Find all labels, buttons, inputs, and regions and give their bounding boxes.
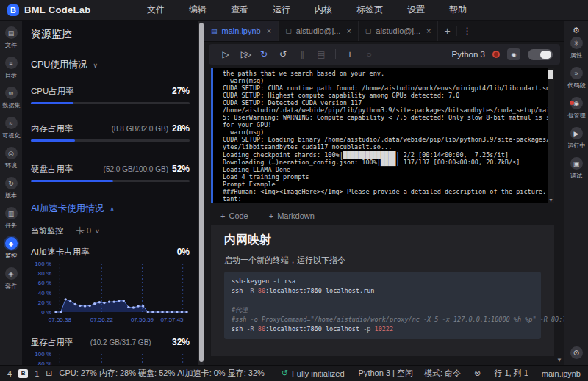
new-tab-button[interactable]: + bbox=[438, 25, 456, 37]
sidebar-item-1[interactable]: ≡目录 bbox=[4, 57, 18, 80]
menu-item-5[interactable]: 标签页 bbox=[356, 4, 383, 16]
right-rail-item-4[interactable]: ▣调试 bbox=[567, 157, 587, 181]
sidebar-item-7[interactable]: ◆监控 bbox=[4, 237, 18, 261]
running-icon: ▶ bbox=[570, 127, 583, 139]
tab-more-menu-button[interactable]: ⋮ bbox=[456, 26, 478, 36]
markdown-code-block: ssh-keygen -t rsassh -R 80:localhost:786… bbox=[224, 272, 541, 339]
sidebar-item-label: 目录 bbox=[5, 71, 17, 80]
add-code-button[interactable]: + Code bbox=[220, 211, 248, 220]
run-cell-button[interactable]: ▷ bbox=[216, 49, 235, 59]
outline-icon: ≡ bbox=[5, 57, 18, 69]
svg-text:100 %: 100 % bbox=[35, 261, 51, 267]
panel-scrollbar-thumb[interactable] bbox=[199, 23, 204, 362]
simple-mode-toggle[interactable] bbox=[528, 49, 553, 60]
menu-item-4[interactable]: 内核 bbox=[315, 4, 332, 16]
menu-item-6[interactable]: 设置 bbox=[407, 4, 425, 16]
kernel-name[interactable]: Python 3 bbox=[452, 50, 485, 59]
menu-item-2[interactable]: 查看 bbox=[231, 4, 248, 16]
tab-close-icon[interactable]: × bbox=[267, 26, 271, 35]
code-token: -R bbox=[243, 325, 254, 333]
svg-text:0 %: 0 % bbox=[41, 309, 51, 316]
output-scrollbar[interactable]: ▼ bbox=[548, 68, 554, 203]
sidebar-item-8[interactable]: ◈套件 bbox=[4, 267, 18, 291]
save-button[interactable]: ▤ bbox=[312, 49, 331, 59]
search-icon[interactable]: ⊙ bbox=[570, 346, 583, 359]
notebook-file-icon: ▤ bbox=[211, 27, 218, 35]
ai-card-section-header[interactable]: AI加速卡使用情况 ∧ bbox=[31, 203, 190, 215]
app-title: BML CodeLab bbox=[24, 4, 90, 15]
gauge-value: 27% bbox=[172, 86, 190, 96]
output-scrollbar-thumb[interactable] bbox=[548, 70, 553, 79]
right-rail-item-label: 属性 bbox=[570, 51, 582, 60]
editor-mode[interactable]: 模式: 命令 bbox=[424, 368, 461, 379]
tab-label: aistudio@j... bbox=[296, 26, 341, 35]
tab-label: main.ipynb bbox=[222, 26, 261, 35]
card-selector[interactable]: 卡 0 ∨ bbox=[76, 225, 100, 236]
restart-kernel-button[interactable]: ↻ bbox=[254, 49, 273, 59]
right-rail-item-3[interactable]: ▶运行中 bbox=[567, 127, 587, 150]
menu-item-0[interactable]: 文件 bbox=[147, 4, 165, 16]
right-rail-item-1[interactable]: »代码段 bbox=[567, 67, 587, 90]
code-token: #ssh -o ProxyCommand="/home/aistudio/wor… bbox=[232, 316, 588, 323]
code-token: 80 bbox=[254, 287, 265, 294]
sidebar-item-2[interactable]: ∞数据集 bbox=[1, 87, 21, 110]
kernel-mode-icon[interactable]: ◉ bbox=[507, 48, 520, 60]
menu-item-1[interactable]: 编辑 bbox=[189, 4, 207, 16]
settings-gear-icon[interactable]: ⚙ bbox=[573, 26, 580, 35]
activity-icon[interactable]: ⊡ bbox=[46, 369, 52, 378]
code-token: -p bbox=[359, 325, 370, 333]
sidebar-item-label: 文件 bbox=[5, 41, 17, 50]
kernel-badge-icon[interactable]: B bbox=[18, 369, 28, 378]
interrupt-button[interactable]: ∥ bbox=[293, 49, 312, 59]
cursor-position[interactable]: 行 1, 列 1 bbox=[494, 368, 528, 379]
add-markdown-button[interactable]: + Markdown bbox=[269, 211, 315, 220]
tab-close-icon[interactable]: × bbox=[346, 26, 351, 35]
menu-item-3[interactable]: 运行 bbox=[273, 4, 290, 16]
tab-bar: ▤main.ipynb×▢aistudio@j...×▢aistudio@j..… bbox=[204, 21, 564, 42]
code-token: ssh-keygen bbox=[232, 277, 269, 285]
sidebar-item-6[interactable]: ▥任务 bbox=[4, 207, 18, 231]
sidebar-item-0[interactable]: ▤文件 bbox=[4, 26, 18, 50]
sync-icon: ↺ bbox=[282, 369, 288, 378]
tab-0[interactable]: ▤main.ipynb× bbox=[204, 21, 279, 41]
refresh-button[interactable]: ↺ bbox=[273, 49, 293, 59]
left-activity-bar: ▤文件≡目录∞数据集≈可视化◎环境↻版本▥任务◆监控◈套件 bbox=[0, 21, 22, 365]
add-cell-button[interactable]: + bbox=[340, 49, 359, 59]
markdown-cell[interactable]: 内网映射 启动一个新的终端，运行以下指令 ssh-keygen -t rsass… bbox=[211, 225, 554, 356]
scroll-down-icon[interactable]: ▼ bbox=[556, 357, 562, 363]
svg-text:100 %: 100 % bbox=[35, 351, 51, 358]
tab-2[interactable]: ▢aistudio@j...× bbox=[359, 21, 439, 41]
ai-usage-label: AI加速卡占用率 bbox=[31, 247, 90, 258]
workspace: ▤文件≡目录∞数据集≈可视化◎环境↻版本▥任务◆监控◈套件 资源监控 CPU使用… bbox=[0, 21, 588, 365]
resource-usage-summary: CPU: 27% 内存: 28% 硬盘: 52% AI加速卡: 0% 显存: 3… bbox=[59, 368, 264, 379]
tab-close-icon[interactable]: × bbox=[426, 26, 431, 35]
kernel-status[interactable]: Python 3 | 空闲 bbox=[359, 368, 413, 379]
gauge-track bbox=[31, 139, 190, 142]
cell-output: the paths that we search based on your e… bbox=[211, 68, 554, 203]
tab-1[interactable]: ▢aistudio@j...× bbox=[279, 21, 359, 41]
panel-scrollbar[interactable] bbox=[198, 21, 204, 365]
run-all-button[interactable]: ▷▷ bbox=[235, 49, 254, 59]
terminal-count[interactable]: 4 bbox=[7, 369, 12, 378]
right-rail-item-label: 代码段 bbox=[567, 81, 585, 90]
interrupt-circle-icon[interactable]: ⊗ bbox=[474, 369, 481, 378]
output-line: CUDA SETUP: Highest compute capability a… bbox=[223, 92, 547, 99]
sidebar-item-5[interactable]: ↻版本 bbox=[4, 177, 18, 200]
output-line: 5: UserWarning: WARNING: Compute capabil… bbox=[223, 114, 547, 121]
menu-item-7[interactable]: 帮助 bbox=[449, 4, 467, 16]
notebook-content: the paths that we search based on your e… bbox=[204, 67, 564, 365]
package-manager-icon: ◉ bbox=[570, 97, 583, 109]
sidebar-item-3[interactable]: ≈可视化 bbox=[1, 117, 21, 140]
code-token: :localhost:7860 bbox=[265, 287, 322, 294]
code-snippets-icon: » bbox=[570, 67, 583, 79]
output-line: Prompt Example bbox=[223, 181, 547, 188]
output-line: Loading LLAMA Done bbox=[223, 166, 547, 173]
scroll-down-icon[interactable]: ▼ bbox=[548, 197, 554, 203]
kernel-count[interactable]: 1 bbox=[35, 369, 39, 378]
sidebar-item-label: 版本 bbox=[5, 192, 17, 200]
right-rail-item-2[interactable]: ◉包管理 bbox=[567, 97, 587, 120]
sidebar-item-4[interactable]: ◎环境 bbox=[4, 147, 18, 170]
cpu-section-header[interactable]: CPU使用情况 ∨ bbox=[31, 59, 190, 71]
svg-text:20 %: 20 % bbox=[38, 300, 51, 306]
right-rail-item-0[interactable]: ✳属性 bbox=[567, 37, 587, 60]
